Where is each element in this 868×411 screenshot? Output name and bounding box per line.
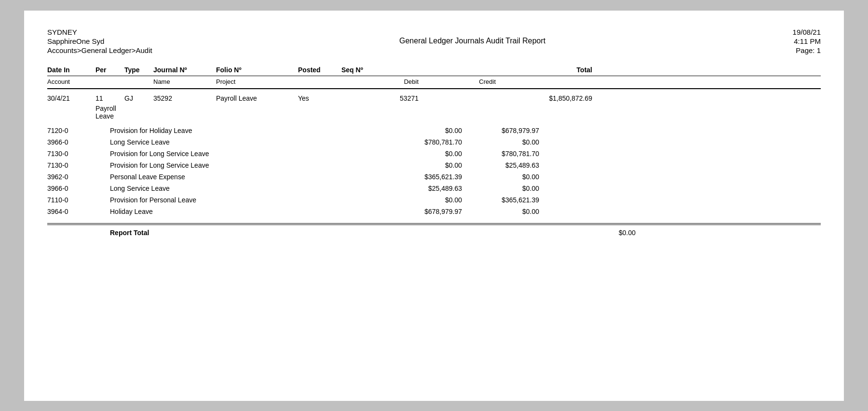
- journal-no: 35292: [153, 94, 216, 102]
- report-time: 4:11 PM: [794, 37, 821, 45]
- report-total-label: Report Total: [110, 229, 259, 237]
- double-line: [47, 223, 821, 225]
- col-per: Per: [95, 66, 124, 74]
- entry-name-3: Provision for Long Service Leave: [110, 161, 259, 169]
- account-row: 3966-0 Long Service Leave $780,781.70 $0…: [47, 136, 821, 148]
- entry-debit-7: $678,979.97: [385, 208, 462, 215]
- journal-per: 11: [95, 94, 124, 102]
- entry-account-4: 3962-0: [47, 173, 110, 181]
- entry-total-6: [539, 196, 636, 204]
- entry-account-3: 7130-0: [47, 161, 110, 169]
- journal-total: $1,850,872.69: [496, 94, 592, 102]
- entry-account-5: 3966-0: [47, 185, 110, 192]
- entry-credit-1: $0.00: [462, 138, 539, 146]
- entry-name-7: Holiday Leave: [110, 208, 259, 215]
- header-right: 19/08/21 4:11 PM Page: 1: [793, 28, 821, 54]
- entry-spacer-2: [341, 150, 385, 158]
- entry-account-7: 3964-0: [47, 208, 110, 215]
- journal-folio: Payroll Leave: [216, 94, 298, 102]
- report-total-value: $0.00: [539, 229, 636, 237]
- col-posted: Posted: [298, 66, 341, 74]
- account-row: 3964-0 Holiday Leave $678,979.97 $0.00: [47, 206, 821, 217]
- entry-credit-4: $0.00: [462, 173, 539, 181]
- total-spacer4: [385, 229, 462, 237]
- report-total-row: Report Total $0.00: [47, 227, 821, 239]
- entry-spacer-4: [341, 173, 385, 181]
- column-subheaders: Account Name Project Debit Credit: [47, 78, 821, 89]
- subcol-debit: Debit: [341, 78, 419, 85]
- entry-name-6: Provision for Personal Leave: [110, 196, 259, 204]
- subcol-name: Name: [153, 78, 216, 85]
- entry-credit-7: $0.00: [462, 208, 539, 215]
- entry-name-2: Provision for Long Service Leave: [110, 150, 259, 158]
- account-row: 3966-0 Long Service Leave $25,489.63 $0.…: [47, 183, 821, 194]
- entry-account-0: 7120-0: [47, 127, 110, 134]
- col-date-in: Date In: [47, 66, 95, 74]
- entry-total-7: [539, 208, 636, 215]
- entry-project-1: [259, 138, 341, 146]
- entry-total-4: [539, 173, 636, 181]
- entry-spacer-7: [341, 208, 385, 215]
- subcol-spacer1: [95, 78, 124, 85]
- report-page: Page: 1: [796, 46, 821, 54]
- journal-name-spacer: [47, 105, 95, 120]
- company-name: SYDNEY: [47, 28, 152, 36]
- account-row: 7110-0 Provision for Personal Leave $0.0…: [47, 194, 821, 206]
- entry-project-3: [259, 161, 341, 169]
- journal-date: 30/4/21: [47, 94, 95, 102]
- account-rows: 7120-0 Provision for Holiday Leave $0.00…: [47, 125, 821, 217]
- col-seq-no: Seq Nº: [341, 66, 419, 74]
- journal-name-row: Payroll Leave: [47, 104, 821, 125]
- entry-debit-4: $365,621.39: [385, 173, 462, 181]
- entry-name-5: Long Service Leave: [110, 185, 259, 192]
- entry-credit-2: $780,781.70: [462, 150, 539, 158]
- total-spacer3: [341, 229, 385, 237]
- subcol-account: Account: [47, 78, 95, 85]
- journal-name: Payroll Leave: [95, 105, 124, 120]
- entry-name-1: Long Service Leave: [110, 138, 259, 146]
- entry-project-7: [259, 208, 341, 215]
- entry-account-6: 7110-0: [47, 196, 110, 204]
- subcol-spacer4: [496, 78, 592, 85]
- subcol-spacer2: [124, 78, 153, 85]
- entry-project-5: [259, 185, 341, 192]
- entry-debit-3: $0.00: [385, 161, 462, 169]
- col-journal-no: Journal Nº: [153, 66, 216, 74]
- subcol-spacer3: [298, 78, 341, 85]
- entry-total-3: [539, 161, 636, 169]
- journal-type: GJ: [124, 94, 153, 102]
- entry-name-4: Personal Leave Expense: [110, 173, 259, 181]
- total-spacer5: [462, 229, 539, 237]
- entry-spacer-3: [341, 161, 385, 169]
- entry-credit-3: $25,489.63: [462, 161, 539, 169]
- entry-credit-6: $365,621.39: [462, 196, 539, 204]
- entry-project-6: [259, 196, 341, 204]
- journal-header-row: 30/4/21 11 GJ 35292 Payroll Leave Yes 53…: [47, 93, 821, 104]
- system-name: SapphireOne Syd: [47, 37, 152, 45]
- col-total: Total: [496, 66, 592, 74]
- col-folio-no: Folio Nº: [216, 66, 298, 74]
- entry-account-2: 7130-0: [47, 150, 110, 158]
- entry-total-5: [539, 185, 636, 192]
- entry-spacer-1: [341, 138, 385, 146]
- col-type: Type: [124, 66, 153, 74]
- entry-project-4: [259, 173, 341, 181]
- entry-spacer-6: [341, 196, 385, 204]
- col-spacer: [419, 66, 496, 74]
- account-row: 7130-0 Provision for Long Service Leave …: [47, 148, 821, 159]
- entry-credit-0: $678,979.97: [462, 127, 539, 134]
- account-row: 7120-0 Provision for Holiday Leave $0.00…: [47, 125, 821, 136]
- entry-debit-0: $0.00: [385, 127, 462, 134]
- entry-spacer-0: [341, 127, 385, 134]
- subcol-credit: Credit: [419, 78, 496, 85]
- column-headers: Date In Per Type Journal Nº Folio Nº Pos…: [47, 66, 821, 76]
- account-row: 7130-0 Provision for Long Service Leave …: [47, 159, 821, 171]
- total-spacer: [47, 229, 110, 237]
- entry-credit-5: $0.00: [462, 185, 539, 192]
- breadcrumb: Accounts>General Ledger>Audit: [47, 46, 152, 54]
- entry-total-2: [539, 150, 636, 158]
- report-date: 19/08/21: [793, 28, 821, 36]
- entry-debit-2: $0.00: [385, 150, 462, 158]
- entry-total-1: [539, 138, 636, 146]
- journal-seq: 53271: [341, 94, 419, 102]
